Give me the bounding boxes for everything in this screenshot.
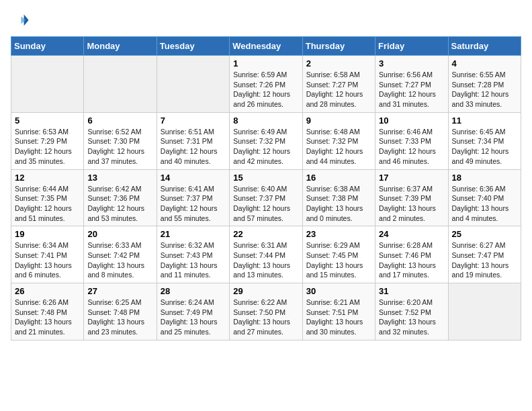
calendar-cell: 8Sunrise: 6:49 AMSunset: 7:32 PMDaylight… <box>230 112 302 169</box>
sunrise-text: Sunrise: 6:37 AM <box>379 184 444 194</box>
sunset-text: Sunset: 7:42 PM <box>87 250 152 261</box>
daylight-text: and 40 minutes. <box>161 156 226 167</box>
day-number: 30 <box>306 286 371 296</box>
sunrise-text: Sunrise: 6:46 AM <box>379 127 444 137</box>
sunset-text: Sunset: 7:38 PM <box>306 193 371 203</box>
sunset-text: Sunset: 7:48 PM <box>87 308 152 318</box>
daylight-text: and 21 minutes. <box>15 327 80 337</box>
logo-icon <box>11 11 30 30</box>
sunset-text: Sunset: 7:37 PM <box>161 193 226 203</box>
weekday-row: SundayMondayTuesdayWednesdayThursdayFrid… <box>11 37 521 56</box>
daylight-text: Daylight: 13 hours <box>161 317 226 327</box>
daylight-text: and 42 minutes. <box>233 156 298 167</box>
daylight-text: and 33 minutes. <box>452 99 517 109</box>
calendar-cell: 27Sunrise: 6:25 AMSunset: 7:48 PMDayligh… <box>84 283 157 340</box>
daylight-text: Daylight: 13 hours <box>87 261 152 271</box>
day-number: 26 <box>15 286 80 296</box>
sunset-text: Sunset: 7:51 PM <box>306 308 371 318</box>
daylight-text: Daylight: 13 hours <box>379 203 444 214</box>
daylight-text: Daylight: 12 hours <box>161 203 226 214</box>
weekday-header-friday: Friday <box>375 37 448 56</box>
calendar-cell <box>448 283 521 340</box>
day-number: 23 <box>306 229 371 239</box>
sunset-text: Sunset: 7:33 PM <box>379 136 444 146</box>
sunrise-text: Sunrise: 6:52 AM <box>87 127 152 137</box>
daylight-text: Daylight: 13 hours <box>379 317 444 327</box>
calendar-cell: 12Sunrise: 6:44 AMSunset: 7:35 PMDayligh… <box>11 169 84 226</box>
sunset-text: Sunset: 7:27 PM <box>379 80 444 90</box>
sunrise-text: Sunrise: 6:59 AM <box>233 70 298 80</box>
sunset-text: Sunset: 7:39 PM <box>379 193 444 203</box>
sunrise-text: Sunrise: 6:42 AM <box>87 184 152 194</box>
sunrise-text: Sunrise: 6:32 AM <box>161 240 226 250</box>
day-number: 1 <box>233 58 298 68</box>
daylight-text: and 51 minutes. <box>15 214 80 224</box>
calendar-cell: 11Sunrise: 6:45 AMSunset: 7:34 PMDayligh… <box>448 112 521 169</box>
sunset-text: Sunset: 7:52 PM <box>379 308 444 318</box>
day-number: 19 <box>15 229 80 239</box>
sunset-text: Sunset: 7:26 PM <box>233 80 298 90</box>
calendar-cell: 21Sunrise: 6:32 AMSunset: 7:43 PMDayligh… <box>157 226 229 283</box>
daylight-text: Daylight: 12 hours <box>306 89 371 99</box>
calendar-cell: 31Sunrise: 6:20 AMSunset: 7:52 PMDayligh… <box>375 283 448 340</box>
sunrise-text: Sunrise: 6:41 AM <box>161 184 226 194</box>
calendar-cell: 29Sunrise: 6:22 AMSunset: 7:50 PMDayligh… <box>230 283 302 340</box>
calendar-cell: 19Sunrise: 6:34 AMSunset: 7:41 PMDayligh… <box>11 226 84 283</box>
daylight-text: Daylight: 12 hours <box>233 89 298 99</box>
calendar-cell <box>11 56 84 113</box>
day-number: 20 <box>87 229 152 239</box>
calendar-cell: 4Sunrise: 6:55 AMSunset: 7:28 PMDaylight… <box>448 56 521 113</box>
day-number: 12 <box>15 173 80 183</box>
calendar-cell <box>157 56 229 113</box>
sunset-text: Sunset: 7:45 PM <box>306 250 371 261</box>
calendar-cell: 17Sunrise: 6:37 AMSunset: 7:39 PMDayligh… <box>375 169 448 226</box>
sunset-text: Sunset: 7:49 PM <box>161 308 226 318</box>
sunrise-text: Sunrise: 6:38 AM <box>306 184 371 194</box>
sunset-text: Sunset: 7:46 PM <box>379 250 444 261</box>
daylight-text: and 4 minutes. <box>452 214 517 224</box>
calendar-cell: 6Sunrise: 6:52 AMSunset: 7:30 PMDaylight… <box>84 112 157 169</box>
sunrise-text: Sunrise: 6:40 AM <box>233 184 298 194</box>
sunrise-text: Sunrise: 6:24 AM <box>161 298 226 308</box>
day-number: 2 <box>306 58 371 68</box>
daylight-text: Daylight: 13 hours <box>15 261 80 271</box>
sunset-text: Sunset: 7:43 PM <box>161 250 226 261</box>
day-number: 21 <box>161 229 226 239</box>
calendar-week-4: 19Sunrise: 6:34 AMSunset: 7:41 PMDayligh… <box>11 226 521 283</box>
daylight-text: and 23 minutes. <box>87 327 152 337</box>
day-number: 6 <box>87 116 152 126</box>
sunrise-text: Sunrise: 6:22 AM <box>233 298 298 308</box>
calendar-cell: 15Sunrise: 6:40 AMSunset: 7:37 PMDayligh… <box>230 169 302 226</box>
calendar-cell: 26Sunrise: 6:26 AMSunset: 7:48 PMDayligh… <box>11 283 84 340</box>
daylight-text: and 57 minutes. <box>233 214 298 224</box>
sunrise-text: Sunrise: 6:55 AM <box>452 70 517 80</box>
day-number: 15 <box>233 173 298 183</box>
day-number: 25 <box>452 229 517 239</box>
sunrise-text: Sunrise: 6:53 AM <box>15 127 80 137</box>
sunrise-text: Sunrise: 6:20 AM <box>379 298 444 308</box>
daylight-text: Daylight: 12 hours <box>161 146 226 156</box>
page-header <box>11 11 521 30</box>
daylight-text: Daylight: 13 hours <box>87 317 152 327</box>
calendar-cell: 14Sunrise: 6:41 AMSunset: 7:37 PMDayligh… <box>157 169 229 226</box>
calendar-cell <box>84 56 157 113</box>
weekday-header-tuesday: Tuesday <box>157 37 229 56</box>
daylight-text: Daylight: 13 hours <box>15 317 80 327</box>
daylight-text: Daylight: 12 hours <box>452 146 517 156</box>
daylight-text: Daylight: 13 hours <box>306 317 371 327</box>
calendar-cell: 20Sunrise: 6:33 AMSunset: 7:42 PMDayligh… <box>84 226 157 283</box>
sunset-text: Sunset: 7:29 PM <box>15 136 80 146</box>
daylight-text: and 6 minutes. <box>15 270 80 280</box>
sunrise-text: Sunrise: 6:51 AM <box>161 127 226 137</box>
daylight-text: Daylight: 13 hours <box>306 203 371 214</box>
sunset-text: Sunset: 7:50 PM <box>233 308 298 318</box>
calendar-week-5: 26Sunrise: 6:26 AMSunset: 7:48 PMDayligh… <box>11 283 521 340</box>
day-number: 3 <box>379 58 444 68</box>
calendar-cell: 3Sunrise: 6:56 AMSunset: 7:27 PMDaylight… <box>375 56 448 113</box>
sunrise-text: Sunrise: 6:58 AM <box>306 70 371 80</box>
sunset-text: Sunset: 7:27 PM <box>306 80 371 90</box>
daylight-text: Daylight: 12 hours <box>87 203 152 214</box>
sunrise-text: Sunrise: 6:25 AM <box>87 298 152 308</box>
calendar-cell: 22Sunrise: 6:31 AMSunset: 7:44 PMDayligh… <box>230 226 302 283</box>
daylight-text: and 35 minutes. <box>15 156 80 167</box>
